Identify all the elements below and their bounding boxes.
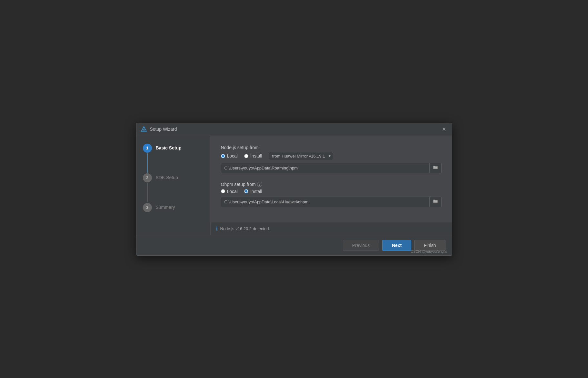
window-title: Setup Wizard <box>150 127 177 132</box>
step-line-1 <box>147 153 148 173</box>
ohpm-title-row: Ohpm setup from ? <box>221 182 442 187</box>
folder-icon-ohpm <box>433 199 438 203</box>
close-button[interactable]: ✕ <box>440 126 448 133</box>
step-item-2: 2 SDK Setup <box>143 173 204 203</box>
status-bar: ℹ Node.js v16.20.2 detected. <box>211 222 452 235</box>
title-bar-left: Setup Wizard <box>140 126 177 133</box>
nodejs-browse-button[interactable] <box>429 163 441 173</box>
step-circle-3: 3 <box>143 203 152 212</box>
footer-wrapper: Previous Next Finish CSDN @youyoufenglai <box>136 235 452 255</box>
app-icon <box>140 126 147 133</box>
help-icon[interactable]: ? <box>257 182 262 187</box>
previous-button[interactable]: Previous <box>343 240 379 251</box>
nodejs-radio-row: Local Install from Huawei Mirror v16.19.… <box>221 152 442 160</box>
ohpm-browse-button[interactable] <box>429 197 441 207</box>
ohpm-path-row <box>221 197 442 207</box>
step-label-3: Summary <box>156 203 175 210</box>
step-line-2 <box>147 183 148 202</box>
step-label-1: Basic Setup <box>156 144 182 150</box>
nodejs-section: Node.js setup from Local Install fr <box>221 145 442 173</box>
ohpm-install-radio[interactable] <box>244 189 248 193</box>
ohpm-section: Ohpm setup from ? Local Install <box>221 182 442 207</box>
mirror-select[interactable]: from Huawei Mirror v16.19.1 <box>269 152 333 160</box>
status-message: Node.js v16.20.2 detected. <box>220 226 270 231</box>
main-content-area: Node.js setup from Local Install fr <box>211 136 452 222</box>
step-connector-1: 1 <box>143 144 152 173</box>
step-circle-1: 1 <box>143 144 152 153</box>
folder-icon <box>433 165 438 169</box>
ohpm-local-radio[interactable] <box>221 189 225 193</box>
nodejs-install-radio[interactable] <box>244 154 248 158</box>
mirror-select-wrapper[interactable]: from Huawei Mirror v16.19.1 <box>269 152 333 160</box>
step-circle-2: 2 <box>143 173 152 182</box>
main-panel: Node.js setup from Local Install fr <box>211 136 452 235</box>
footer: Previous Next Finish <box>136 235 452 255</box>
nodejs-install-option[interactable]: Install <box>244 153 262 158</box>
finish-button[interactable]: Finish <box>414 240 445 251</box>
nodejs-title: Node.js setup from <box>221 145 442 150</box>
sidebar: 1 Basic Setup 2 SDK Setup <box>136 136 211 235</box>
nodejs-path-input[interactable] <box>221 163 429 173</box>
setup-wizard-dialog: Setup Wizard ✕ 1 Basic Setup 2 <box>136 123 452 256</box>
step-item-1: 1 Basic Setup <box>143 144 204 173</box>
dialog-body: 1 Basic Setup 2 SDK Setup <box>136 136 452 235</box>
step-item-3: 3 Summary <box>143 203 204 212</box>
title-bar: Setup Wizard ✕ <box>136 123 452 136</box>
step-label-2: SDK Setup <box>156 173 178 180</box>
nodejs-path-row <box>221 163 442 173</box>
step-connector-2: 2 <box>143 173 152 203</box>
nodejs-local-radio[interactable] <box>221 154 225 158</box>
ohpm-radio-row: Local Install <box>221 189 442 194</box>
ohpm-install-option[interactable]: Install <box>244 189 262 194</box>
nodejs-local-option[interactable]: Local <box>221 153 238 158</box>
ohpm-path-input[interactable] <box>221 197 429 207</box>
info-icon: ℹ <box>216 226 218 232</box>
next-button[interactable]: Next <box>382 240 411 251</box>
ohpm-title: Ohpm setup from <box>221 182 256 187</box>
watermark: CSDN @youyoufenglai <box>411 250 447 253</box>
step-connector-3: 3 <box>143 203 152 212</box>
ohpm-local-option[interactable]: Local <box>221 189 238 194</box>
